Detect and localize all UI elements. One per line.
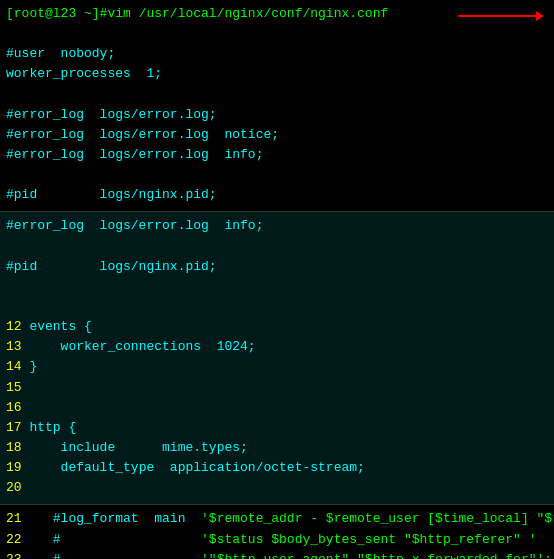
p2-pid: #pid logs/nginx.pid; — [6, 257, 548, 277]
blank-line-1 — [6, 24, 548, 44]
arrow-indicator — [458, 4, 538, 24]
p2-blank1 — [6, 237, 548, 257]
prompt: [root@l23 ~]# — [6, 4, 107, 24]
p2-line20: 20 — [6, 478, 548, 498]
command-text: vim /usr/local/nginx/conf/nginx.conf — [107, 4, 388, 24]
p2-line13: 13 worker_connections 1024; — [6, 337, 548, 357]
error-log-3: #error_log logs/error.log info; — [6, 145, 548, 165]
pid-line: #pid logs/nginx.pid; — [6, 185, 548, 205]
p2-error-log: #error_log logs/error.log info; — [6, 216, 548, 236]
p2-blank3 — [6, 297, 548, 317]
blank-3 — [6, 165, 548, 185]
p2-line12: 12 events { — [6, 317, 548, 337]
p3-line22: 22 # '$status $body_bytes_sent "$http_re… — [6, 530, 548, 550]
p2-line17: 17 http { — [6, 418, 548, 438]
p2-blank2 — [6, 277, 548, 297]
error-log-2: #error_log logs/error.log notice; — [6, 125, 548, 145]
error-log-1: #error_log logs/error.log; — [6, 105, 548, 125]
p2-line15: 15 — [6, 378, 548, 398]
p2-line19: 19 default_type application/octet-stream… — [6, 458, 548, 478]
p2-line18: 18 include mime.types; — [6, 438, 548, 458]
terminal-window: [root@l23 ~]# vim /usr/local/nginx/conf/… — [0, 0, 554, 559]
worker-processes: worker_processes 1; — [6, 64, 548, 84]
panel-top: [root@l23 ~]# vim /usr/local/nginx/conf/… — [0, 0, 554, 212]
panel-middle: #error_log logs/error.log info; #pid log… — [0, 212, 554, 505]
panel-bottom: 21 #log_format main '$remote_addr - $rem… — [0, 505, 554, 559]
p3-line21: 21 #log_format main '$remote_addr - $rem… — [6, 509, 548, 529]
p2-line14: 14 } — [6, 357, 548, 377]
command-line: [root@l23 ~]# vim /usr/local/nginx/conf/… — [6, 4, 548, 24]
p3-line23: 23 # '"$http_user_agent" "$http_x_forwar… — [6, 550, 548, 559]
p2-line16: 16 — [6, 398, 548, 418]
blank-2 — [6, 85, 548, 105]
user-config: #user nobody; — [6, 44, 548, 64]
